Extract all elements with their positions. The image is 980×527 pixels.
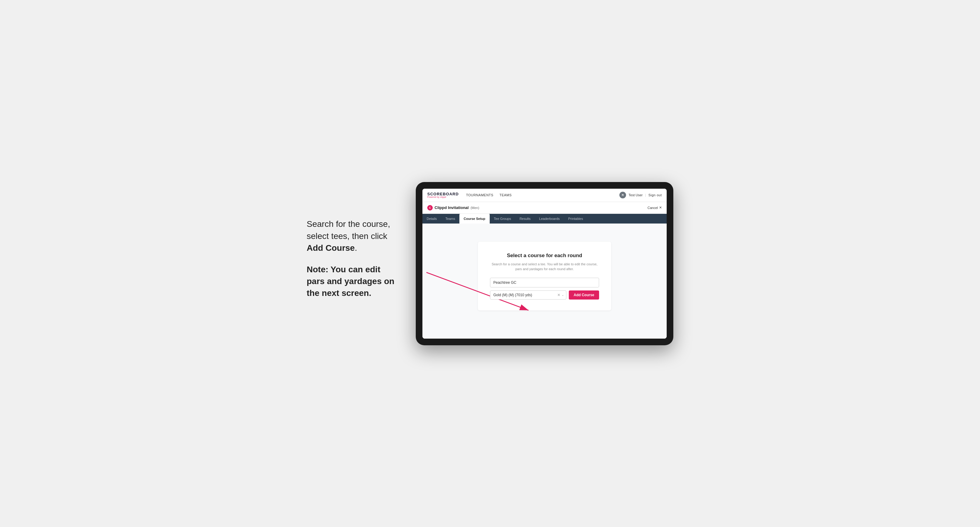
tee-select-row: Gold (M) (M) (7010 yds) ✕ ⌄ Add Course xyxy=(490,290,599,300)
tab-bar: Details Teams Course Setup Tee Groups Re… xyxy=(422,214,667,224)
tab-printables[interactable]: Printables xyxy=(564,214,587,224)
course-card: Select a course for each round Search fo… xyxy=(478,242,611,310)
navbar-right: R Test User | Sign out xyxy=(619,192,662,198)
annotation-bold1: Add Course xyxy=(307,243,355,252)
tournament-icon: C xyxy=(427,205,433,211)
tab-course-setup[interactable]: Course Setup xyxy=(460,214,490,224)
section-description: Search for a course and select a tee. Yo… xyxy=(490,262,599,272)
navbar: SCOREBOARD Powered by clippd TOURNAMENTS… xyxy=(422,189,667,202)
nav-links: TOURNAMENTS TEAMS xyxy=(466,193,512,197)
main-content: Select a course for each round Search fo… xyxy=(422,224,667,339)
tee-select[interactable]: Gold (M) (M) (7010 yds) xyxy=(490,290,566,300)
tournament-gender: (Men) xyxy=(471,206,479,210)
course-search-input[interactable] xyxy=(490,278,599,287)
cancel-button[interactable]: Cancel ✕ xyxy=(648,206,662,210)
cancel-icon: ✕ xyxy=(659,206,662,210)
annotation-block: Search for the course, select tees, then… xyxy=(307,218,398,309)
signout-link[interactable]: Sign out xyxy=(649,193,662,197)
brand: SCOREBOARD Powered by clippd xyxy=(427,192,459,198)
user-label: Test User xyxy=(628,193,643,197)
tablet-frame: SCOREBOARD Powered by clippd TOURNAMENTS… xyxy=(416,182,673,345)
nav-tournaments[interactable]: TOURNAMENTS xyxy=(466,193,493,197)
tab-teams[interactable]: Teams xyxy=(441,214,460,224)
annotation-line1: Search for the course, select tees, then… xyxy=(307,218,398,254)
cancel-label: Cancel xyxy=(648,206,658,210)
brand-title: SCOREBOARD xyxy=(427,192,459,196)
nav-separator: | xyxy=(645,193,646,197)
tab-leaderboards[interactable]: Leaderboards xyxy=(535,214,564,224)
annotation-bold2: Note: You can edit pars and yardages on … xyxy=(307,265,394,298)
tournament-header: C Clippd Invitational (Men) Cancel ✕ xyxy=(422,202,667,214)
tab-details[interactable]: Details xyxy=(422,214,441,224)
tee-clear-icon[interactable]: ✕ xyxy=(557,293,560,297)
annotation-line2: Note: You can edit pars and yardages on … xyxy=(307,264,398,299)
user-avatar: R xyxy=(619,192,626,198)
tab-tee-groups[interactable]: Tee Groups xyxy=(490,214,515,224)
tab-results[interactable]: Results xyxy=(515,214,535,224)
nav-teams[interactable]: TEAMS xyxy=(500,193,512,197)
add-course-button[interactable]: Add Course xyxy=(569,290,599,300)
tablet-screen: SCOREBOARD Powered by clippd TOURNAMENTS… xyxy=(422,189,667,339)
tee-select-wrapper: Gold (M) (M) (7010 yds) ✕ ⌄ xyxy=(490,290,566,300)
tournament-name: Clippd Invitational xyxy=(434,205,469,210)
page-wrapper: Search for the course, select tees, then… xyxy=(0,170,980,357)
tournament-title-group: C Clippd Invitational (Men) xyxy=(427,205,479,211)
brand-subtitle: Powered by clippd xyxy=(427,196,459,198)
section-title: Select a course for each round xyxy=(490,252,599,259)
